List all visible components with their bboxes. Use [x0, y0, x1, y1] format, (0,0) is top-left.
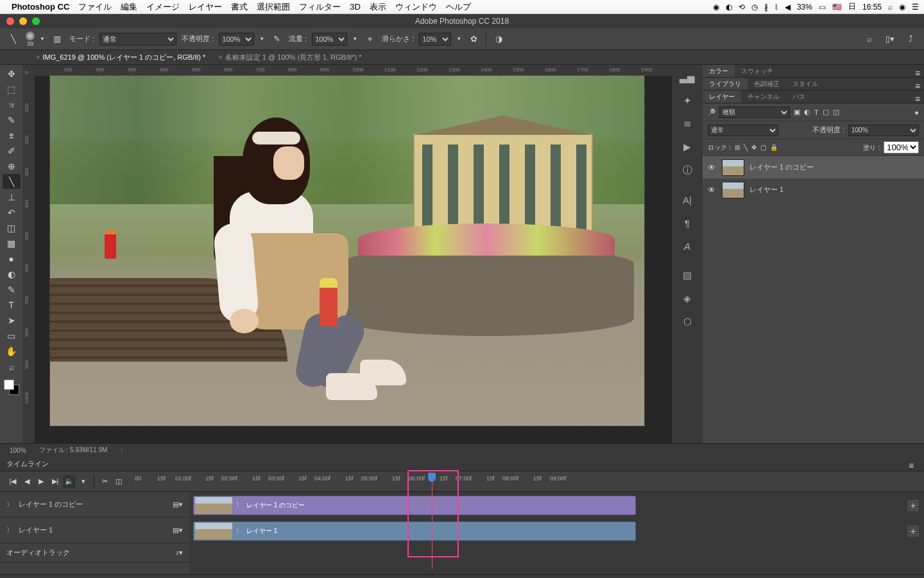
workspace-icon[interactable]: ▯▾ — [883, 32, 897, 46]
char-icon[interactable]: A| — [681, 193, 694, 206]
tab-paths[interactable]: パス — [786, 91, 812, 103]
rectangle-tool[interactable]: ▭ — [3, 328, 21, 343]
filter-shape-icon[interactable]: ▢ — [823, 108, 829, 116]
add-media-button[interactable]: + — [907, 525, 919, 537]
time-label[interactable]: 16:55 — [862, 3, 882, 12]
info-icon[interactable]: ⓘ — [681, 164, 694, 177]
paragraph-icon[interactable]: ¶ — [681, 216, 694, 229]
tab-color[interactable]: カラー — [703, 65, 735, 77]
history-brush-tool[interactable]: ↶ — [3, 205, 21, 220]
layer-row[interactable]: 👁 レイヤー 1 — [703, 179, 924, 201]
move-tool[interactable]: ✥ — [3, 66, 21, 81]
menu-select[interactable]: 選択範囲 — [257, 1, 290, 13]
layer-opacity-select[interactable]: 100% — [848, 125, 919, 136]
volume-icon[interactable]: ◀ — [785, 3, 791, 12]
first-frame-button[interactable]: |◀ — [6, 475, 19, 488]
line-icon[interactable]: ◉ — [713, 3, 719, 12]
chevron-right-icon[interactable]: 〉 — [6, 500, 13, 509]
pen-tool[interactable]: ✎ — [3, 282, 21, 297]
play-button[interactable]: ▶ — [35, 475, 47, 488]
close-tab-icon[interactable]: × — [36, 53, 40, 61]
audio-track-header[interactable]: オーディオトラック ♪▾ — [0, 543, 189, 563]
menu-window[interactable]: ウィンドウ — [395, 1, 437, 13]
lock-trans-icon[interactable]: ⊞ — [735, 144, 740, 151]
horizontal-ruler[interactable]: 100 200 300 400 500 600 700 800 900 1000… — [35, 65, 672, 76]
lock-artboard-icon[interactable]: ▢ — [760, 144, 766, 151]
quick-select-tool[interactable]: ✎ — [3, 112, 21, 127]
tab-library[interactable]: ライブラリ — [703, 78, 748, 90]
document-image[interactable] — [50, 76, 644, 426]
spotlight-icon[interactable]: ⌕ — [888, 3, 893, 12]
menu-3d[interactable]: 3D — [350, 2, 361, 12]
lock-image-icon[interactable]: ╲ — [744, 144, 748, 151]
layers-icon[interactable]: ◈ — [681, 292, 694, 305]
menu-edit[interactable]: 編集 — [121, 1, 137, 13]
status-icon[interactable]: ◐ — [726, 3, 732, 12]
options-button[interactable]: ▾ — [77, 475, 90, 488]
panel-menu-icon[interactable] — [915, 94, 924, 100]
panel-menu-icon[interactable] — [909, 460, 918, 467]
menu-filter[interactable]: フィルター — [299, 1, 341, 13]
track-header[interactable]: 〉 レイヤー 1 ▤▾ — [0, 518, 189, 543]
docinfo-value[interactable]: ファイル : 5.93M/11.9M — [39, 446, 108, 455]
next-frame-button[interactable]: ▶| — [49, 475, 62, 488]
layer-fill-select[interactable]: 100% — [884, 141, 919, 153]
chevron-down-icon[interactable]: ▼ — [456, 36, 461, 42]
flow-select[interactable]: 100% — [312, 33, 347, 46]
layer-thumbnail[interactable] — [722, 182, 744, 198]
gear-icon[interactable]: ✿ — [466, 32, 481, 46]
foreground-color[interactable] — [4, 380, 14, 390]
track-menu-icon[interactable]: ▤▾ — [173, 500, 183, 509]
eraser-tool[interactable]: ◫ — [3, 220, 21, 235]
filter-adjust-icon[interactable]: ◐ — [804, 108, 810, 116]
crop-tool[interactable]: ⌆ — [3, 128, 21, 143]
chevron-right-icon[interactable]: 〉 — [6, 525, 13, 535]
notification-icon[interactable]: ☰ — [912, 3, 919, 12]
tab-adjustments[interactable]: 色調補正 — [748, 78, 786, 90]
prev-frame-button[interactable]: ◀ — [21, 475, 33, 488]
sync-icon[interactable]: ⟲ — [739, 3, 745, 12]
chevron-right-icon[interactable]: 〉 — [120, 446, 126, 455]
zoom-tool[interactable]: ⌕ — [3, 359, 21, 374]
opacity-select[interactable]: 100% — [219, 33, 254, 46]
timeline-ruler[interactable]: 00 15f 01:00f 15f 02:00f 15f 03:00f 15f … — [132, 471, 924, 492]
hand-tool[interactable]: ✋ — [3, 344, 21, 358]
track-lanes[interactable]: 〉 レイヤー 1 のコピー + 〉 レイヤー 1 + — [189, 492, 924, 574]
visibility-icon[interactable]: 👁 — [708, 163, 717, 172]
dodge-tool[interactable]: ◐ — [3, 267, 21, 281]
panel-menu-icon[interactable] — [915, 81, 924, 87]
battery-label[interactable]: 33% — [797, 3, 812, 12]
filter-type-icon[interactable]: T — [814, 109, 819, 116]
wifi-icon[interactable]: ⧙ — [774, 3, 778, 12]
marquee-tool[interactable]: ⬚ — [3, 82, 21, 96]
eyedropper-tool[interactable]: ✐ — [3, 143, 21, 158]
mute-button[interactable]: 🔈 — [63, 475, 76, 488]
menu-layer[interactable]: レイヤー — [189, 1, 222, 13]
split-clip-button[interactable]: ✂ — [98, 475, 111, 488]
filter-pixel-icon[interactable]: ▣ — [794, 108, 800, 116]
layer-filter-select[interactable]: 種類 — [719, 107, 790, 118]
navigator-icon[interactable]: ✦ — [681, 94, 694, 107]
brush-panel-icon[interactable]: ▥ — [50, 32, 64, 46]
audio-menu-icon[interactable]: ♪▾ — [176, 548, 184, 557]
chevron-right-icon[interactable]: 〉 — [236, 501, 243, 510]
glyph-icon[interactable]: A — [681, 240, 694, 252]
app-name[interactable]: Photoshop CC — [12, 2, 69, 12]
color-swatches[interactable] — [4, 380, 19, 395]
smooth-select[interactable]: 10% — [419, 33, 451, 46]
panel-menu-icon[interactable] — [915, 68, 924, 74]
histogram-icon[interactable]: ▃▅ — [681, 71, 694, 84]
actions-icon[interactable]: ▶ — [681, 141, 694, 153]
properties-icon[interactable]: ▤ — [681, 269, 694, 282]
tab-channels[interactable]: チャンネル — [741, 91, 786, 103]
lasso-tool[interactable]: ⟉ — [3, 97, 21, 112]
layer-name[interactable]: レイヤー 1 — [749, 185, 783, 195]
tab-document-1[interactable]: ×IMG_6219 @ 100% (レイヤー 1 のコピー, RGB/8) * — [30, 53, 212, 62]
vertical-ruler[interactable]: 0 100 200 300 400 500 600 700 800 900 10… — [22, 65, 35, 443]
tab-swatches[interactable]: スウォッチ — [735, 65, 780, 77]
canvas[interactable] — [35, 76, 672, 443]
lock-all-icon[interactable]: 🔒 — [770, 144, 778, 151]
close-window-button[interactable] — [6, 17, 14, 25]
siri-icon[interactable]: ◉ — [899, 3, 905, 12]
brush-tool[interactable]: ╲ — [3, 174, 21, 189]
